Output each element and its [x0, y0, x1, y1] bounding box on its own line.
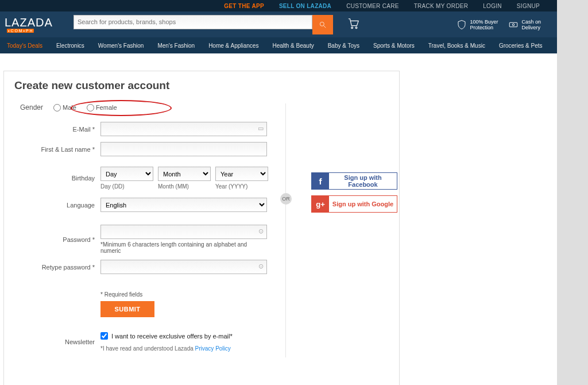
- month-hint: Month (MM): [158, 183, 211, 190]
- category-nav: Today's Deals Electronics Women's Fashio…: [0, 37, 557, 53]
- newsletter-checkbox[interactable]: [100, 332, 108, 340]
- svg-line-1: [324, 25, 326, 28]
- privacy-policy-link[interactable]: Privacy Policy: [195, 345, 231, 352]
- email-label: E-Mail *: [14, 126, 100, 133]
- key-icon: ⊙: [258, 228, 264, 235]
- birthday-year-select[interactable]: Year: [215, 167, 268, 181]
- search-input[interactable]: [74, 15, 312, 29]
- birthday-label: Birthday: [14, 175, 100, 182]
- newsletter-checkbox-label[interactable]: I want to receive exclusive offers by e-…: [100, 332, 268, 340]
- customer-care-link[interactable]: CUSTOMER CARE: [346, 3, 399, 9]
- nav-groceries-pets[interactable]: Groceries & Pets: [499, 43, 543, 49]
- password-hint: *Minimum 6 characters length containing …: [100, 241, 268, 254]
- retype-password-label: Retype password *: [14, 264, 100, 271]
- submit-button[interactable]: SUBMIT: [100, 301, 154, 317]
- get-app-link[interactable]: GET THE APP: [224, 3, 264, 9]
- logo-subtext: • C O M • P H: [7, 29, 34, 33]
- birthday-day-select[interactable]: Day: [100, 167, 153, 181]
- page-title: Create new customer account: [14, 79, 389, 92]
- day-hint: Day (DD): [100, 183, 153, 190]
- cart-icon: [347, 17, 359, 30]
- password-field[interactable]: [100, 225, 267, 239]
- required-fields-note: * Required fields: [100, 291, 268, 298]
- signup-link[interactable]: SIGNUP: [517, 3, 540, 9]
- language-label: Language: [14, 202, 100, 209]
- year-hint: Year (YYYY): [215, 183, 268, 190]
- search-button[interactable]: [312, 15, 333, 34]
- or-divider: OR: [280, 193, 292, 205]
- login-link[interactable]: LOGIN: [483, 3, 502, 9]
- name-field[interactable]: [100, 142, 267, 156]
- sell-link[interactable]: SELL ON LAZADA: [279, 3, 331, 9]
- language-select[interactable]: English: [100, 198, 267, 212]
- header: LAZADA • C O M • P H 100% BuyerProtectio…: [0, 11, 557, 37]
- nav-electronics[interactable]: Electronics: [56, 43, 84, 49]
- cash-icon: [508, 20, 519, 30]
- logo[interactable]: LAZADA • C O M • P H: [5, 16, 74, 33]
- facebook-signup-button[interactable]: f Sign up with Facebook: [311, 172, 397, 190]
- nav-baby-toys[interactable]: Baby & Toys: [328, 43, 359, 49]
- svg-point-5: [513, 24, 514, 25]
- cod-badge: Cash onDelivery: [508, 19, 541, 30]
- gender-label: Gender: [14, 103, 43, 111]
- key-icon: ⊙: [258, 263, 264, 270]
- svg-point-3: [355, 26, 357, 28]
- nav-travel-books-music[interactable]: Travel, Books & Music: [428, 43, 485, 49]
- name-label: First & Last name *: [14, 146, 100, 153]
- gender-female-option[interactable]: Female: [87, 104, 117, 111]
- birthday-month-select[interactable]: Month: [158, 167, 211, 181]
- nav-todays-deals[interactable]: Today's Deals: [7, 43, 42, 49]
- newsletter-label: Newsletter: [14, 338, 100, 345]
- google-signup-button[interactable]: g+ Sign up with Google: [311, 195, 397, 213]
- retype-password-field[interactable]: [100, 260, 267, 274]
- top-links: GET THE APP SELL ON LAZADA CUSTOMER CARE…: [0, 0, 557, 11]
- track-order-link[interactable]: TRACK MY ORDER: [414, 3, 469, 9]
- facebook-icon: f: [312, 173, 329, 189]
- buyer-protection-badge: 100% BuyerProtection: [457, 19, 498, 30]
- email-field[interactable]: [100, 122, 267, 136]
- password-label: Password *: [14, 236, 100, 243]
- nav-sports-motors[interactable]: Sports & Motors: [373, 43, 415, 49]
- nav-health-beauty[interactable]: Health & Beauty: [272, 43, 314, 49]
- gender-male-option[interactable]: Male: [53, 104, 76, 111]
- logo-text: LAZADA: [5, 16, 53, 29]
- svg-point-0: [320, 22, 324, 26]
- svg-rect-4: [510, 22, 518, 27]
- signup-form: Create new customer account Gender Male …: [3, 71, 400, 385]
- shield-icon: [457, 20, 467, 30]
- contact-card-icon: ▭: [258, 125, 264, 132]
- svg-point-2: [351, 26, 353, 28]
- google-plus-icon: g+: [312, 196, 329, 212]
- search-icon: [319, 21, 327, 29]
- nav-mens-fashion[interactable]: Men's Fashion: [157, 43, 195, 49]
- nav-womens-fashion[interactable]: Women's Fashion: [98, 43, 144, 49]
- nav-home-appliances[interactable]: Home & Appliances: [208, 43, 258, 49]
- privacy-policy-text: *I have read and understood Lazada Priva…: [100, 345, 268, 352]
- cart-button[interactable]: [339, 17, 368, 32]
